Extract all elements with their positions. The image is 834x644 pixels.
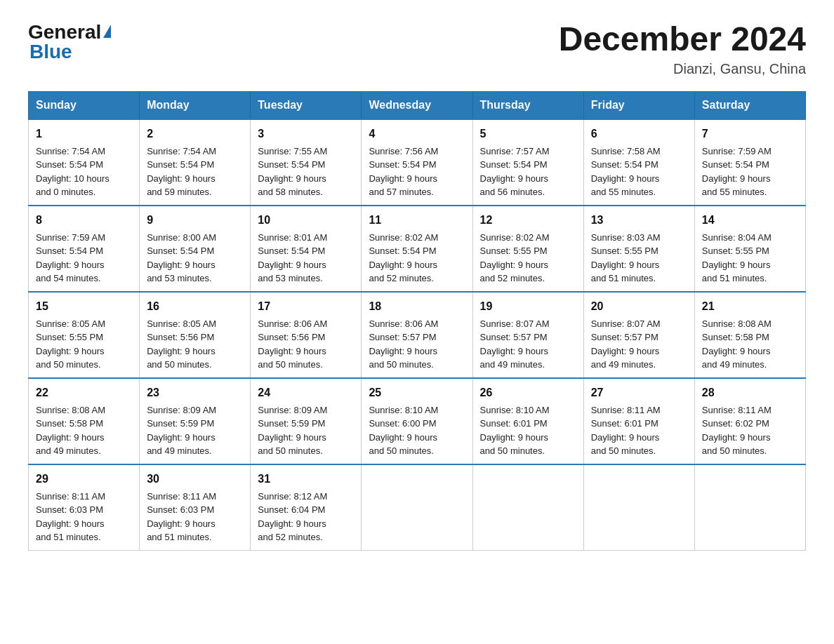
day-info: Sunrise: 8:11 AMSunset: 6:03 PMDaylight:… xyxy=(147,491,216,543)
day-info: Sunrise: 8:11 AMSunset: 6:03 PMDaylight:… xyxy=(36,491,105,543)
calendar-cell: 1Sunrise: 7:54 AMSunset: 5:54 PMDaylight… xyxy=(29,119,140,206)
calendar-cell: 7Sunrise: 7:59 AMSunset: 5:54 PMDaylight… xyxy=(694,119,805,206)
calendar-cell: 2Sunrise: 7:54 AMSunset: 5:54 PMDaylight… xyxy=(140,119,251,206)
day-info: Sunrise: 8:11 AMSunset: 6:01 PMDaylight:… xyxy=(591,405,661,457)
day-info: Sunrise: 7:59 AMSunset: 5:54 PMDaylight:… xyxy=(702,146,772,198)
day-number: 5 xyxy=(480,126,576,142)
header-thursday: Thursday xyxy=(472,91,583,119)
day-number: 1 xyxy=(36,126,132,142)
day-info: Sunrise: 8:11 AMSunset: 6:02 PMDaylight:… xyxy=(702,405,772,457)
day-number: 14 xyxy=(702,212,798,229)
day-info: Sunrise: 8:06 AMSunset: 5:56 PMDaylight:… xyxy=(258,318,327,370)
day-info: Sunrise: 7:55 AMSunset: 5:54 PMDaylight:… xyxy=(258,146,327,198)
day-number: 6 xyxy=(591,126,687,142)
day-info: Sunrise: 8:02 AMSunset: 5:54 PMDaylight:… xyxy=(369,232,438,284)
day-number: 30 xyxy=(147,471,243,488)
header-tuesday: Tuesday xyxy=(251,91,362,119)
calendar-cell: 3Sunrise: 7:55 AMSunset: 5:54 PMDaylight… xyxy=(251,119,362,206)
day-info: Sunrise: 8:06 AMSunset: 5:57 PMDaylight:… xyxy=(369,318,438,370)
calendar-cell: 4Sunrise: 7:56 AMSunset: 5:54 PMDaylight… xyxy=(362,119,472,206)
calendar-cell: 8Sunrise: 7:59 AMSunset: 5:54 PMDaylight… xyxy=(29,206,140,292)
calendar-cell: 19Sunrise: 8:07 AMSunset: 5:57 PMDayligh… xyxy=(472,292,583,378)
day-number: 4 xyxy=(369,126,465,142)
calendar-table: SundayMondayTuesdayWednesdayThursdayFrid… xyxy=(28,91,806,551)
day-info: Sunrise: 8:12 AMSunset: 6:04 PMDaylight:… xyxy=(258,491,327,543)
calendar-cell xyxy=(472,464,583,551)
day-number: 22 xyxy=(36,384,132,401)
day-number: 26 xyxy=(480,384,576,401)
calendar-cell: 17Sunrise: 8:06 AMSunset: 5:56 PMDayligh… xyxy=(251,292,362,378)
day-info: Sunrise: 8:03 AMSunset: 5:55 PMDaylight:… xyxy=(591,232,661,284)
calendar-cell xyxy=(583,464,694,551)
calendar-cell: 12Sunrise: 8:02 AMSunset: 5:55 PMDayligh… xyxy=(472,206,583,292)
day-info: Sunrise: 8:09 AMSunset: 5:59 PMDaylight:… xyxy=(147,405,216,457)
week-row-5: 29Sunrise: 8:11 AMSunset: 6:03 PMDayligh… xyxy=(29,464,806,551)
day-number: 10 xyxy=(258,212,354,229)
day-number: 13 xyxy=(591,212,687,229)
day-info: Sunrise: 8:10 AMSunset: 6:00 PMDaylight:… xyxy=(369,405,438,457)
day-number: 29 xyxy=(36,471,132,488)
title-section: December 2024 Dianzi, Gansu, China xyxy=(559,21,806,77)
week-row-3: 15Sunrise: 8:05 AMSunset: 5:55 PMDayligh… xyxy=(29,292,806,378)
day-number: 18 xyxy=(369,298,465,315)
calendar-cell: 31Sunrise: 8:12 AMSunset: 6:04 PMDayligh… xyxy=(251,464,362,551)
day-info: Sunrise: 7:58 AMSunset: 5:54 PMDaylight:… xyxy=(591,146,661,198)
week-row-1: 1Sunrise: 7:54 AMSunset: 5:54 PMDaylight… xyxy=(29,119,806,206)
day-number: 24 xyxy=(258,384,354,401)
day-number: 28 xyxy=(702,384,798,401)
calendar-cell xyxy=(694,464,805,551)
header-wednesday: Wednesday xyxy=(362,91,472,119)
header-sunday: Sunday xyxy=(29,91,140,119)
day-number: 25 xyxy=(369,384,465,401)
day-number: 20 xyxy=(591,298,687,315)
day-number: 15 xyxy=(36,298,132,315)
day-number: 19 xyxy=(480,298,576,315)
day-info: Sunrise: 8:07 AMSunset: 5:57 PMDaylight:… xyxy=(591,318,661,370)
day-number: 8 xyxy=(36,212,132,229)
header-friday: Friday xyxy=(583,91,694,119)
day-number: 23 xyxy=(147,384,243,401)
day-info: Sunrise: 8:01 AMSunset: 5:54 PMDaylight:… xyxy=(258,232,327,284)
logo: General Blue xyxy=(28,21,111,63)
subtitle: Dianzi, Gansu, China xyxy=(559,61,806,77)
page-header: General Blue December 2024 Dianzi, Gansu… xyxy=(28,21,806,77)
day-number: 21 xyxy=(702,298,798,315)
header-monday: Monday xyxy=(140,91,251,119)
calendar-cell: 11Sunrise: 8:02 AMSunset: 5:54 PMDayligh… xyxy=(362,206,472,292)
day-number: 27 xyxy=(591,384,687,401)
day-number: 17 xyxy=(258,298,354,315)
week-row-4: 22Sunrise: 8:08 AMSunset: 5:58 PMDayligh… xyxy=(29,378,806,464)
day-info: Sunrise: 7:54 AMSunset: 5:54 PMDaylight:… xyxy=(36,146,110,198)
day-info: Sunrise: 8:08 AMSunset: 5:58 PMDaylight:… xyxy=(702,318,772,370)
day-number: 2 xyxy=(147,126,243,142)
day-info: Sunrise: 8:07 AMSunset: 5:57 PMDaylight:… xyxy=(480,318,550,370)
calendar-cell: 13Sunrise: 8:03 AMSunset: 5:55 PMDayligh… xyxy=(583,206,694,292)
day-info: Sunrise: 8:08 AMSunset: 5:58 PMDaylight:… xyxy=(36,405,105,457)
day-info: Sunrise: 8:10 AMSunset: 6:01 PMDaylight:… xyxy=(480,405,550,457)
calendar-cell: 18Sunrise: 8:06 AMSunset: 5:57 PMDayligh… xyxy=(362,292,472,378)
calendar-cell: 16Sunrise: 8:05 AMSunset: 5:56 PMDayligh… xyxy=(140,292,251,378)
calendar-cell: 10Sunrise: 8:01 AMSunset: 5:54 PMDayligh… xyxy=(251,206,362,292)
calendar-cell: 29Sunrise: 8:11 AMSunset: 6:03 PMDayligh… xyxy=(29,464,140,551)
calendar-cell: 22Sunrise: 8:08 AMSunset: 5:58 PMDayligh… xyxy=(29,378,140,464)
calendar-cell: 28Sunrise: 8:11 AMSunset: 6:02 PMDayligh… xyxy=(694,378,805,464)
day-info: Sunrise: 8:05 AMSunset: 5:55 PMDaylight:… xyxy=(36,318,105,370)
calendar-cell: 9Sunrise: 8:00 AMSunset: 5:54 PMDaylight… xyxy=(140,206,251,292)
day-info: Sunrise: 8:04 AMSunset: 5:55 PMDaylight:… xyxy=(702,232,772,284)
calendar-cell: 27Sunrise: 8:11 AMSunset: 6:01 PMDayligh… xyxy=(583,378,694,464)
day-number: 16 xyxy=(147,298,243,315)
calendar-cell: 30Sunrise: 8:11 AMSunset: 6:03 PMDayligh… xyxy=(140,464,251,551)
day-info: Sunrise: 7:54 AMSunset: 5:54 PMDaylight:… xyxy=(147,146,216,198)
calendar-header-row: SundayMondayTuesdayWednesdayThursdayFrid… xyxy=(29,91,806,119)
logo-triangle-icon xyxy=(103,25,111,38)
day-info: Sunrise: 7:57 AMSunset: 5:54 PMDaylight:… xyxy=(480,146,550,198)
calendar-cell: 25Sunrise: 8:10 AMSunset: 6:00 PMDayligh… xyxy=(362,378,472,464)
day-info: Sunrise: 8:00 AMSunset: 5:54 PMDaylight:… xyxy=(147,232,216,284)
day-number: 9 xyxy=(147,212,243,229)
day-info: Sunrise: 8:02 AMSunset: 5:55 PMDaylight:… xyxy=(480,232,550,284)
calendar-cell: 23Sunrise: 8:09 AMSunset: 5:59 PMDayligh… xyxy=(140,378,251,464)
day-number: 31 xyxy=(258,471,354,488)
day-number: 11 xyxy=(369,212,465,229)
calendar-cell: 6Sunrise: 7:58 AMSunset: 5:54 PMDaylight… xyxy=(583,119,694,206)
day-info: Sunrise: 8:09 AMSunset: 5:59 PMDaylight:… xyxy=(258,405,327,457)
